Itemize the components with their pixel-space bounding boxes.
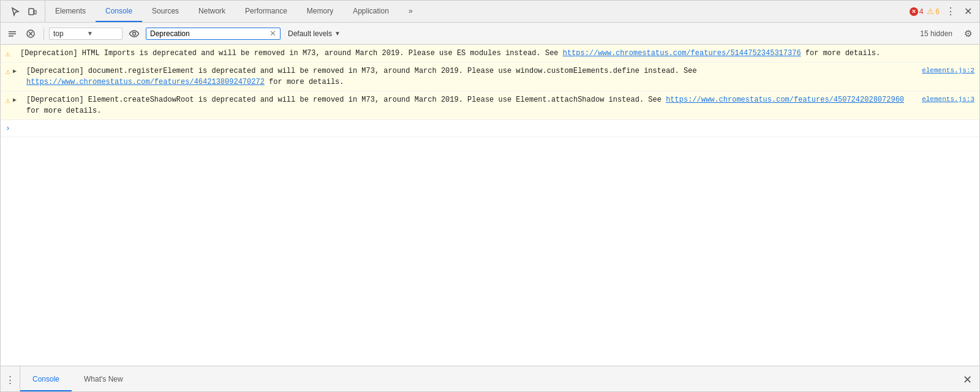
tab-bar-right: ✕ 4 ⚠ 6 ⋮ ✕	[905, 1, 979, 22]
filter-input-wrap: ✕	[146, 28, 281, 40]
tab-sources[interactable]: Sources	[142, 1, 189, 22]
devtools-tab-bar: Elements Console Sources Network Perform…	[1, 1, 979, 23]
svg-rect-1	[34, 10, 36, 14]
entry-text-3: [Deprecation] Element.createShadowRoot i…	[20, 94, 912, 116]
filter-input[interactable]	[150, 29, 267, 38]
drawer-menu-icon[interactable]: ⋮	[1, 366, 20, 392]
entry-text-1: [Deprecation] HTML Imports is deprecated…	[20, 48, 974, 59]
stop-recording-button[interactable]	[23, 26, 39, 42]
console-area: ⚠ [Deprecation] HTML Imports is deprecat…	[1, 45, 979, 366]
entry-source-3[interactable]: elements.js:3	[922, 94, 974, 105]
warning-icon-2: ⚠	[6, 66, 10, 78]
console-prompt[interactable]: ›	[1, 120, 979, 137]
warning-icon: ⚠	[927, 7, 934, 16]
tab-console[interactable]: Console	[96, 1, 142, 22]
hidden-count-label: 15 hidden	[920, 29, 952, 38]
tab-more[interactable]: »	[399, 1, 423, 22]
close-devtools-button[interactable]: ✕	[962, 6, 974, 17]
error-icon: ✕	[910, 7, 918, 16]
drawer-tab-whats-new[interactable]: What's New	[72, 366, 135, 392]
default-levels-arrow: ▼	[334, 30, 341, 37]
prompt-chevron: ›	[6, 124, 10, 133]
error-badge[interactable]: ✕ 4	[910, 7, 924, 16]
tab-application[interactable]: Application	[343, 1, 399, 22]
bottom-drawer: ⋮ Console What's New ✕	[1, 366, 979, 392]
expand-arrow-3[interactable]: ▶	[13, 96, 17, 105]
context-dropdown-arrow: ▼	[87, 30, 118, 37]
console-entry-1: ⚠ [Deprecation] HTML Imports is deprecat…	[1, 45, 979, 62]
tab-network[interactable]: Network	[189, 1, 235, 22]
eye-icon[interactable]	[126, 26, 142, 42]
svg-rect-0	[29, 9, 34, 15]
entry-link-2[interactable]: https://www.chromestatus.com/features/46…	[26, 78, 265, 86]
drawer-close-button[interactable]: ✕	[955, 366, 979, 392]
more-options-button[interactable]: ⋮	[943, 6, 958, 17]
entry-source-2[interactable]: elements.js:2	[922, 66, 974, 76]
console-toolbar: top ▼ ✕ Default levels ▼ 15 hidden ⚙	[1, 23, 979, 45]
warning-icon-3: ⚠	[6, 95, 10, 107]
console-settings-button[interactable]: ⚙	[960, 26, 976, 42]
svg-point-8	[133, 32, 136, 35]
entry-link-1[interactable]: https://www.chromestatus.com/features/51…	[563, 49, 801, 58]
device-toggle-icon[interactable]	[25, 4, 40, 19]
drawer-tab-console[interactable]: Console	[20, 366, 72, 392]
console-entry-3: ⚠ ▶ [Deprecation] Element.createShadowRo…	[1, 91, 979, 120]
expand-arrow-2[interactable]: ▶	[13, 67, 17, 76]
select-element-icon[interactable]	[8, 4, 23, 19]
svg-rect-2	[9, 31, 16, 32]
main-tabs: Elements Console Sources Network Perform…	[45, 1, 905, 22]
console-output: ⚠ [Deprecation] HTML Imports is deprecat…	[1, 45, 979, 366]
context-selector[interactable]: top ▼	[49, 28, 123, 40]
clear-console-button[interactable]	[4, 26, 20, 42]
console-entry-2: ⚠ ▶ [Deprecation] document.registerEleme…	[1, 62, 979, 91]
warning-icon-1: ⚠	[6, 48, 10, 61]
tab-bar-tool-icons	[3, 1, 45, 22]
filter-clear-button[interactable]: ✕	[270, 29, 276, 37]
entry-link-3[interactable]: https://www.chromestatus.com/features/45…	[666, 96, 904, 104]
svg-rect-3	[9, 33, 16, 34]
svg-rect-4	[9, 36, 13, 37]
default-levels-button[interactable]: Default levels ▼	[283, 27, 345, 40]
tab-performance[interactable]: Performance	[235, 1, 297, 22]
drawer-tabs: Console What's New	[20, 366, 955, 392]
toolbar-divider-1	[43, 28, 44, 40]
tab-elements[interactable]: Elements	[45, 1, 96, 22]
warning-badge[interactable]: ⚠ 6	[927, 7, 940, 16]
entry-text-2: [Deprecation] document.registerElement i…	[20, 66, 912, 88]
main-content: top ▼ ✕ Default levels ▼ 15 hidden ⚙ ⚠	[1, 23, 979, 392]
tab-memory[interactable]: Memory	[297, 1, 343, 22]
